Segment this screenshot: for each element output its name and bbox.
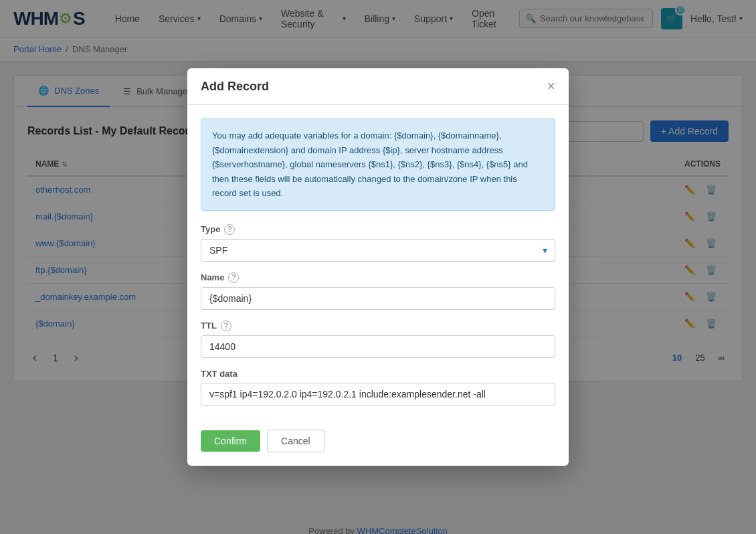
ttl-input[interactable] [201,335,555,358]
modal-footer: Confirm Cancel [187,430,569,466]
modal: Add Record × You may add adequate variab… [187,68,569,465]
modal-type-group: Type ? AAAAACNAMEMXNSSRVTXTSPFCAA ▾ [201,224,555,262]
confirm-button[interactable]: Confirm [201,430,260,452]
type-label: Type ? [201,224,555,235]
modal-overlay[interactable]: Add Record × You may add adequate variab… [0,0,756,534]
ttl-help-icon[interactable]: ? [221,321,231,331]
cancel-button[interactable]: Cancel [267,430,324,452]
type-select[interactable]: AAAAACNAMEMXNSSRVTXTSPFCAA [201,239,555,262]
modal-name-group: Name ? [201,272,555,310]
type-select-wrap: AAAAACNAMEMXNSSRVTXTSPFCAA ▾ [201,239,555,262]
modal-body: You may add adequate variables for a dom… [187,105,569,429]
modal-header: Add Record × [187,68,569,105]
txtdata-label: TXT data [201,369,555,379]
modal-ttl-group: TTL ? [201,321,555,358]
modal-txtdata-group: TXT data [201,369,555,406]
ttl-label: TTL ? [201,321,555,331]
txtdata-input[interactable] [201,383,555,406]
modal-title: Add Record [201,80,269,94]
modal-info-box: You may add adequate variables for a dom… [201,118,555,210]
name-help-icon[interactable]: ? [228,272,239,283]
modal-close-button[interactable]: × [547,79,555,94]
name-label: Name ? [201,272,555,283]
type-help-icon[interactable]: ? [224,224,235,235]
name-input[interactable] [201,287,555,310]
